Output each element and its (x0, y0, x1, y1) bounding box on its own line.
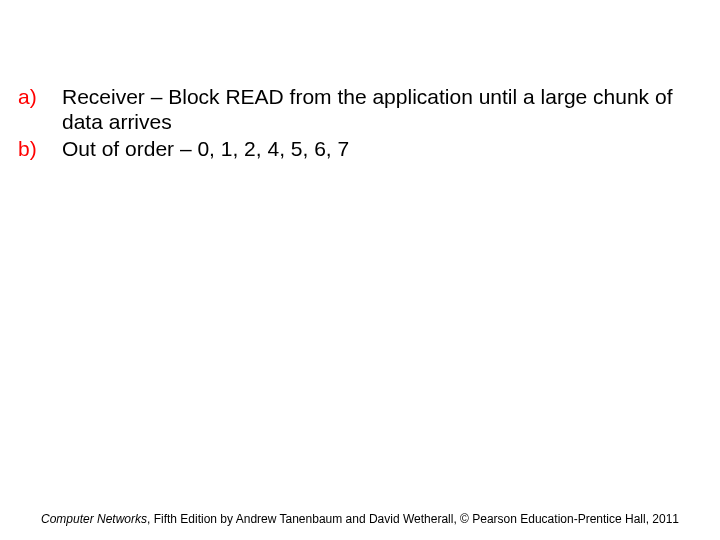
footer-rest: , Fifth Edition by Andrew Tanenbaum and … (147, 512, 679, 526)
list-item: a) Receiver – Block READ from the applic… (18, 84, 690, 134)
body-content: a) Receiver – Block READ from the applic… (18, 84, 690, 163)
list-marker-b: b) (18, 136, 62, 161)
list-text-b: Out of order – 0, 1, 2, 4, 5, 6, 7 (62, 136, 349, 161)
list-text-a: Receiver – Block READ from the applicati… (62, 84, 690, 134)
footer-book-title: Computer Networks (41, 512, 147, 526)
slide: a) Receiver – Block READ from the applic… (0, 0, 720, 540)
list-marker-a: a) (18, 84, 62, 109)
list-item: b) Out of order – 0, 1, 2, 4, 5, 6, 7 (18, 136, 690, 161)
footer-citation: Computer Networks, Fifth Edition by Andr… (0, 512, 720, 526)
